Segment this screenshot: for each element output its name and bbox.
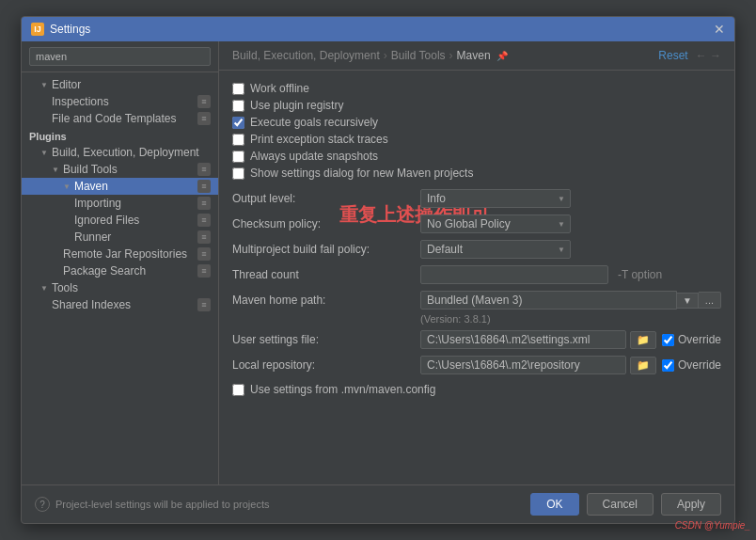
local-repo-row: Local repository: 📁 Override — [232, 356, 721, 374]
local-repo-override-checkbox[interactable] — [662, 359, 674, 372]
sidebar-item-editor[interactable]: ▼ Editor — [22, 76, 218, 93]
footer-left: ? Project-level settings will be applied… — [35, 497, 269, 512]
checkbox-work-offline: Work offline — [232, 80, 721, 97]
sidebar: ▼ Editor Inspections ≡ File and Code Tem… — [22, 41, 219, 484]
execute-goals-checkbox[interactable] — [232, 117, 244, 129]
settings-badge: ≡ — [197, 112, 211, 125]
checkbox-use-settings-mvn: Use settings from .mvn/maven.config — [232, 381, 721, 398]
breadcrumb-build: Build, Execution, Deployment — [232, 49, 380, 62]
nav-arrows: ← → — [696, 49, 721, 62]
help-icon[interactable]: ? — [35, 497, 50, 512]
dialog-footer: ? Project-level settings will be applied… — [22, 484, 734, 523]
user-settings-input[interactable] — [420, 330, 626, 349]
sidebar-item-shared-indexes[interactable]: Shared Indexes ≡ — [22, 296, 218, 313]
maven-home-label: Maven home path: — [232, 294, 420, 307]
checksum-policy-row: Checksum policy: No Global Policy Strict… — [232, 214, 721, 233]
apply-button[interactable]: Apply — [661, 493, 721, 516]
checksum-policy-select-wrap: No Global Policy Strict Warn Ignore — [420, 214, 571, 233]
multiproject-label: Multiproject build fail policy: — [232, 243, 420, 256]
reset-link[interactable]: Reset — [658, 49, 687, 62]
search-input[interactable] — [29, 47, 211, 66]
multiproject-select[interactable]: Default At End Never — [420, 240, 571, 259]
output-level-wrap: Info Debug Warning Error — [420, 189, 721, 208]
pin-icon: 📌 — [496, 51, 508, 61]
dialog-title: Settings — [50, 23, 90, 36]
local-repo-browse-btn[interactable]: 📁 — [630, 357, 656, 374]
title-bar-left: IJ Settings — [31, 23, 90, 36]
breadcrumb-maven: Maven — [457, 49, 491, 62]
user-settings-override-label: Override — [678, 333, 721, 346]
sidebar-item-build-exec[interactable]: ▼ Build, Execution, Deployment — [22, 144, 218, 161]
ok-button[interactable]: OK — [530, 493, 578, 516]
sidebar-item-ignored-files[interactable]: Ignored Files ≡ — [22, 212, 218, 229]
checkbox-execute-goals: Execute goals recursively — [232, 114, 721, 131]
sidebar-item-tools[interactable]: ▼ Tools — [22, 279, 218, 296]
sidebar-item-label: File and Code Templates — [52, 112, 177, 125]
sidebar-item-file-code-templates[interactable]: File and Code Templates ≡ — [22, 110, 218, 127]
print-exception-checkbox[interactable] — [232, 134, 244, 146]
output-level-label: Output level: — [232, 192, 420, 205]
content-inner: 重复上述操作即可 Work offline Use plugin registr… — [219, 71, 734, 484]
sidebar-item-label: Shared Indexes — [52, 298, 131, 311]
cancel-button[interactable]: Cancel — [587, 493, 654, 516]
use-settings-mvn-label: Use settings from .mvn/maven.config — [250, 383, 435, 396]
output-level-select[interactable]: Info Debug Warning Error — [420, 189, 571, 208]
thread-count-label: Thread count — [232, 268, 420, 281]
maven-home-input[interactable] — [420, 291, 677, 310]
user-settings-override-checkbox[interactable] — [662, 334, 674, 346]
sidebar-item-label: Package Search — [63, 264, 146, 278]
local-repo-label: Local repository: — [232, 358, 420, 372]
plugins-section-label: Plugins — [22, 127, 218, 144]
sidebar-item-label: Inspections — [52, 95, 109, 108]
maven-home-dropdown-btn[interactable]: ▼ — [677, 293, 699, 309]
sidebar-item-label: Build Tools — [63, 163, 118, 176]
output-level-row: Output level: Info Debug Warning Error — [232, 189, 721, 208]
sidebar-item-label: Tools — [52, 281, 78, 294]
use-plugin-registry-label: Use plugin registry — [250, 99, 343, 112]
sidebar-item-maven[interactable]: ▼ Maven ≡ — [22, 178, 218, 195]
show-settings-checkbox[interactable] — [232, 167, 244, 180]
breadcrumb-build-tools: Build Tools — [391, 49, 446, 62]
sidebar-item-package-search[interactable]: Package Search ≡ — [22, 262, 218, 279]
sidebar-item-runner[interactable]: Runner ≡ — [22, 229, 218, 246]
work-offline-label: Work offline — [250, 82, 309, 95]
multiproject-select-wrap: Default At End Never — [420, 240, 571, 259]
maven-home-row: Maven home path: ▼ ... — [232, 291, 721, 310]
local-repo-input[interactable] — [420, 356, 626, 374]
chevron-down-icon: ▼ — [40, 149, 48, 157]
sidebar-item-importing[interactable]: Importing ≡ — [22, 195, 218, 212]
use-plugin-registry-checkbox[interactable] — [232, 100, 244, 112]
user-settings-row: User settings file: 📁 Override — [232, 330, 721, 349]
settings-badge: ≡ — [197, 163, 211, 176]
settings-badge: ≡ — [197, 180, 211, 193]
checksum-policy-select[interactable]: No Global Policy Strict Warn Ignore — [420, 214, 571, 233]
header-actions: Reset ← → — [658, 49, 721, 62]
sidebar-item-inspections[interactable]: Inspections ≡ — [22, 93, 218, 110]
user-settings-override-wrap: Override — [662, 333, 721, 346]
thread-count-input[interactable] — [420, 265, 608, 284]
title-bar: IJ Settings ✕ — [22, 17, 734, 41]
content-panel: Build, Execution, Deployment › Build Too… — [219, 41, 734, 484]
maven-version-note: (Version: 3.8.1) — [420, 313, 721, 325]
settings-dialog: IJ Settings ✕ ▼ Editor Inspections ≡ Fi — [21, 16, 735, 524]
sidebar-item-label: Build, Execution, Deployment — [52, 146, 199, 159]
breadcrumb-sep1: › — [384, 49, 387, 62]
dialog-body: ▼ Editor Inspections ≡ File and Code Tem… — [22, 41, 734, 484]
work-offline-checkbox[interactable] — [232, 83, 244, 95]
always-update-checkbox[interactable] — [232, 151, 244, 163]
sidebar-item-remote-jar[interactable]: Remote Jar Repositories ≡ — [22, 246, 218, 262]
local-repo-override-wrap: Override — [662, 358, 721, 372]
user-settings-browse-btn[interactable]: 📁 — [630, 331, 656, 349]
maven-home-browse-btn[interactable]: ... — [699, 292, 721, 309]
checkbox-print-exception: Print exception stack traces — [232, 131, 721, 148]
user-settings-wrap: 📁 Override — [420, 330, 721, 349]
settings-badge: ≡ — [197, 230, 211, 244]
show-settings-label: Show settings dialog for new Maven proje… — [250, 167, 473, 180]
csdn-badge: CSDN @Yumpie_ — [675, 520, 750, 531]
sidebar-item-build-tools[interactable]: ▼ Build Tools ≡ — [22, 161, 218, 178]
breadcrumb-sep2: › — [449, 49, 453, 62]
close-icon[interactable]: ✕ — [714, 23, 725, 36]
settings-badge: ≡ — [197, 298, 211, 311]
use-settings-mvn-checkbox[interactable] — [232, 384, 244, 396]
settings-badge: ≡ — [197, 264, 211, 278]
